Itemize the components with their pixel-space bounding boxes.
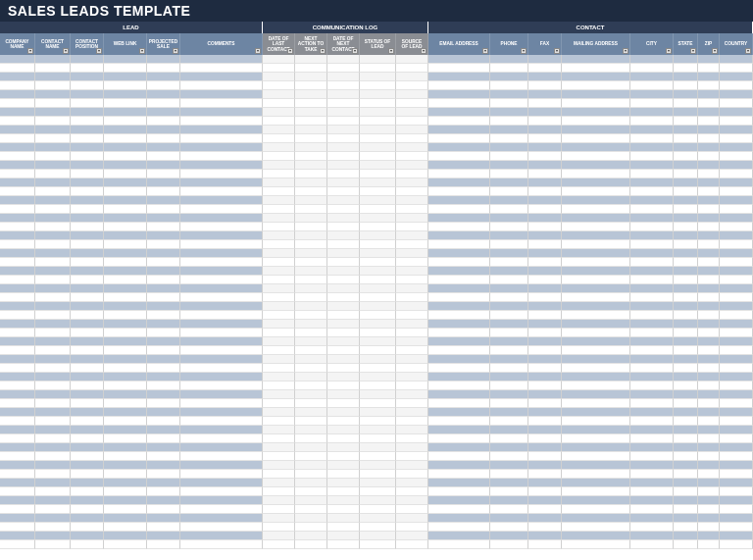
table-cell[interactable]: [71, 382, 104, 390]
table-cell[interactable]: [720, 90, 753, 99]
table-cell[interactable]: [360, 258, 396, 267]
table-cell[interactable]: [295, 329, 327, 337]
table-cell[interactable]: [0, 505, 35, 514]
table-cell[interactable]: [263, 382, 295, 390]
table-cell[interactable]: [0, 337, 35, 346]
table-cell[interactable]: [104, 178, 147, 187]
table-cell[interactable]: [327, 470, 360, 479]
table-cell[interactable]: [360, 382, 396, 390]
table-cell[interactable]: [0, 346, 35, 355]
table-cell[interactable]: [104, 64, 147, 73]
table-cell[interactable]: [562, 434, 630, 443]
table-cell[interactable]: [71, 214, 104, 223]
table-cell[interactable]: [698, 496, 720, 505]
table-cell[interactable]: [104, 505, 147, 514]
table-cell[interactable]: [490, 487, 528, 496]
table-cell[interactable]: [674, 240, 698, 249]
table-cell[interactable]: [396, 302, 428, 311]
table-cell[interactable]: [674, 276, 698, 284]
table-cell[interactable]: [360, 214, 396, 223]
table-cell[interactable]: [674, 470, 698, 479]
table-cell[interactable]: [396, 505, 428, 514]
table-cell[interactable]: [263, 479, 295, 487]
table-cell[interactable]: [0, 55, 35, 64]
table-cell[interactable]: [71, 408, 104, 417]
filter-dropdown-icon[interactable]: [287, 48, 293, 54]
table-cell[interactable]: [295, 364, 327, 373]
table-cell[interactable]: [263, 170, 295, 178]
table-cell[interactable]: [71, 355, 104, 364]
table-cell[interactable]: [528, 267, 562, 276]
table-cell[interactable]: [698, 170, 720, 178]
table-cell[interactable]: [428, 134, 490, 143]
table-cell[interactable]: [396, 249, 428, 258]
table-cell[interactable]: [180, 443, 263, 452]
table-cell[interactable]: [327, 311, 360, 320]
table-cell[interactable]: [674, 426, 698, 434]
filter-dropdown-icon[interactable]: [623, 48, 628, 54]
table-cell[interactable]: [360, 311, 396, 320]
table-cell[interactable]: [674, 452, 698, 461]
table-cell[interactable]: [428, 161, 490, 170]
table-cell[interactable]: [720, 73, 753, 81]
table-cell[interactable]: [263, 302, 295, 311]
table-cell[interactable]: [490, 134, 528, 143]
table-cell[interactable]: [104, 355, 147, 364]
table-cell[interactable]: [0, 479, 35, 487]
table-cell[interactable]: [720, 276, 753, 284]
table-cell[interactable]: [327, 479, 360, 487]
table-cell[interactable]: [630, 178, 674, 187]
table-cell[interactable]: [104, 461, 147, 470]
table-cell[interactable]: [147, 108, 180, 117]
table-cell[interactable]: [263, 240, 295, 249]
table-cell[interactable]: [360, 434, 396, 443]
column-header-city[interactable]: CITY: [630, 33, 674, 55]
table-cell[interactable]: [295, 152, 327, 161]
table-cell[interactable]: [35, 108, 71, 117]
table-cell[interactable]: [562, 231, 630, 240]
table-cell[interactable]: [528, 329, 562, 337]
table-cell[interactable]: [0, 311, 35, 320]
table-cell[interactable]: [490, 452, 528, 461]
table-cell[interactable]: [630, 487, 674, 496]
table-cell[interactable]: [104, 479, 147, 487]
filter-dropdown-icon[interactable]: [352, 48, 358, 54]
table-cell[interactable]: [295, 214, 327, 223]
table-cell[interactable]: [180, 417, 263, 426]
table-cell[interactable]: [71, 284, 104, 293]
table-cell[interactable]: [630, 364, 674, 373]
table-cell[interactable]: [71, 311, 104, 320]
table-cell[interactable]: [327, 143, 360, 152]
table-cell[interactable]: [71, 126, 104, 134]
table-cell[interactable]: [698, 178, 720, 187]
table-cell[interactable]: [71, 426, 104, 434]
table-cell[interactable]: [396, 81, 428, 90]
table-cell[interactable]: [528, 496, 562, 505]
table-cell[interactable]: [528, 373, 562, 382]
table-cell[interactable]: [630, 452, 674, 461]
table-cell[interactable]: [295, 90, 327, 99]
table-cell[interactable]: [104, 514, 147, 523]
table-cell[interactable]: [562, 223, 630, 231]
table-cell[interactable]: [360, 302, 396, 311]
table-cell[interactable]: [147, 64, 180, 73]
table-cell[interactable]: [104, 293, 147, 302]
table-cell[interactable]: [674, 205, 698, 214]
table-cell[interactable]: [630, 240, 674, 249]
table-cell[interactable]: [396, 399, 428, 408]
table-cell[interactable]: [630, 90, 674, 99]
table-cell[interactable]: [630, 108, 674, 117]
table-cell[interactable]: [35, 399, 71, 408]
table-cell[interactable]: [528, 532, 562, 540]
table-cell[interactable]: [180, 346, 263, 355]
table-cell[interactable]: [295, 126, 327, 134]
table-cell[interactable]: [674, 496, 698, 505]
table-cell[interactable]: [263, 276, 295, 284]
table-cell[interactable]: [0, 126, 35, 134]
table-cell[interactable]: [720, 373, 753, 382]
table-cell[interactable]: [360, 117, 396, 126]
column-header-email-address[interactable]: EMAIL ADDRESS: [428, 33, 490, 55]
table-cell[interactable]: [180, 408, 263, 417]
table-cell[interactable]: [428, 443, 490, 452]
table-cell[interactable]: [180, 532, 263, 540]
